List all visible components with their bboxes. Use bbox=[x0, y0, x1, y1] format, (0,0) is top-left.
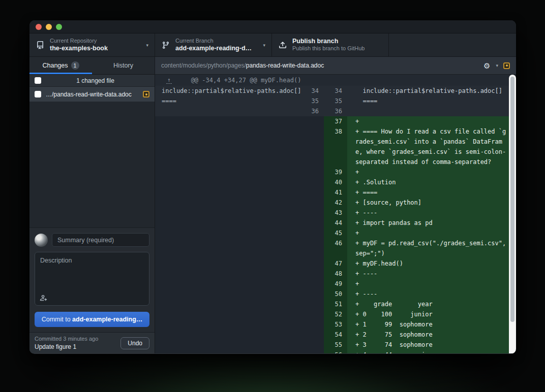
maximize-window-button[interactable] bbox=[56, 24, 62, 30]
diff-row[interactable]: 37+ bbox=[155, 116, 509, 126]
diff-new-text bbox=[347, 106, 509, 116]
minimize-window-button[interactable] bbox=[46, 24, 52, 30]
toolbar-empty-area bbox=[389, 34, 516, 56]
diff-new-line-number: 47 bbox=[324, 258, 347, 269]
diff-new-line-number: 49 bbox=[324, 279, 347, 289]
diff-row[interactable]: 38+ ==== How do I read a csv file called… bbox=[155, 126, 509, 167]
diff-old-text bbox=[155, 289, 306, 299]
commit-description-field[interactable]: Description bbox=[35, 252, 149, 306]
diff-new-line-number: 44 bbox=[324, 218, 347, 228]
gear-icon: ⚙ bbox=[483, 62, 490, 70]
select-all-files-row[interactable]: 1 changed file bbox=[29, 75, 155, 87]
diff-row[interactable]: 46+ myDF = pd.read_csv("./grades_semi.cs… bbox=[155, 238, 509, 258]
diff-old-line-number: 36 bbox=[306, 106, 324, 116]
diff-new-line-number: 46 bbox=[324, 238, 347, 258]
tab-changes-label: Changes bbox=[42, 62, 68, 69]
branch-icon bbox=[161, 41, 170, 49]
diff-row[interactable]: 53+ 1 99 sophomore bbox=[155, 319, 509, 330]
add-coauthor-icon[interactable] bbox=[40, 294, 47, 302]
diff-new-text: + ---- bbox=[347, 269, 509, 279]
publish-branch-subtitle: Publish this branch to GitHub bbox=[292, 45, 365, 52]
expand-hunk-icon[interactable]: ↑ bbox=[166, 77, 172, 84]
diff-row[interactable]: 43+ ---- bbox=[155, 208, 509, 218]
sidebar-tabs: Changes 1 History bbox=[29, 57, 155, 75]
diff-old-line-number bbox=[306, 238, 324, 258]
diff-options-button[interactable]: ⚙ ▾ bbox=[483, 62, 498, 70]
diff-old-text bbox=[155, 126, 306, 167]
diff-old-text bbox=[155, 106, 306, 116]
diff-row[interactable]: 50+ ---- bbox=[155, 289, 509, 299]
diff-row[interactable]: 44+ import pandas as pd bbox=[155, 218, 509, 228]
publish-upload-icon bbox=[278, 41, 287, 49]
scrollbar[interactable] bbox=[509, 75, 516, 353]
tab-history[interactable]: History bbox=[92, 57, 155, 74]
tab-changes[interactable]: Changes 1 bbox=[29, 57, 92, 74]
changed-file-row[interactable]: …/pandas-read-write-data.adoc bbox=[29, 87, 155, 102]
diff-row[interactable]: include::partial$relative-paths.adoc[]34… bbox=[155, 86, 509, 96]
window-titlebar[interactable] bbox=[29, 20, 516, 34]
diff-old-line-number bbox=[306, 279, 324, 289]
diff-old-line-number: 34 bbox=[306, 86, 324, 96]
scrollbar-thumb[interactable] bbox=[510, 77, 514, 322]
diff-old-line-number bbox=[306, 269, 324, 279]
diff-row[interactable]: 49+ bbox=[155, 279, 509, 289]
diff-row[interactable]: 55+ 3 74 sophomore bbox=[155, 340, 509, 350]
diff-old-line-number bbox=[306, 228, 324, 238]
diff-row[interactable]: 48+ ---- bbox=[155, 269, 509, 279]
diff-row[interactable]: 41+ ==== bbox=[155, 187, 509, 198]
publish-branch-button[interactable]: Publish branch Publish this branch to Gi… bbox=[272, 34, 389, 56]
repository-label: Current Repository bbox=[50, 38, 108, 45]
changed-files-count: 1 changed file bbox=[41, 77, 149, 84]
diff-row[interactable]: 47+ myDF.head() bbox=[155, 258, 509, 269]
diff-row[interactable]: 3636 bbox=[155, 106, 509, 116]
diff-old-line-number bbox=[306, 350, 324, 353]
diff-new-text: + bbox=[347, 228, 509, 238]
diff-new-text: + ---- bbox=[347, 208, 509, 218]
chevron-down-icon: ▾ bbox=[492, 63, 498, 68]
close-window-button[interactable] bbox=[36, 24, 42, 30]
commit-button-branch: add-example-reading… bbox=[72, 316, 142, 323]
undo-button[interactable]: Undo bbox=[120, 337, 149, 349]
avatar bbox=[35, 234, 48, 247]
commit-summary-input[interactable] bbox=[52, 233, 149, 247]
diff-row[interactable]: 54+ 2 75 sophomore bbox=[155, 330, 509, 340]
diff-old-line-number bbox=[306, 218, 324, 228]
current-branch-selector[interactable]: Current Branch add-example-reading-d… ▾ bbox=[155, 34, 272, 56]
changes-count-badge: 1 bbox=[71, 61, 79, 70]
diff-new-text: ==== bbox=[347, 96, 509, 106]
diff-old-text bbox=[155, 299, 306, 309]
diff-new-text: + 3 74 sophomore bbox=[347, 340, 509, 350]
diff-row[interactable]: 51+ grade year bbox=[155, 299, 509, 309]
current-repository-selector[interactable]: Current Repository the-examples-book ▾ bbox=[29, 34, 155, 56]
commit-button[interactable]: Commit to add-example-reading… bbox=[35, 312, 149, 327]
diff-old-text bbox=[155, 279, 306, 289]
diff-old-text bbox=[155, 167, 306, 177]
tab-history-label: History bbox=[113, 62, 133, 69]
diff-old-line-number bbox=[306, 309, 324, 319]
diff-row[interactable]: 52+ 0 100 junior bbox=[155, 309, 509, 319]
diff-new-line-number: 36 bbox=[324, 106, 347, 116]
select-all-checkbox[interactable] bbox=[35, 77, 41, 84]
diff-row[interactable]: 45+ bbox=[155, 228, 509, 238]
file-modified-icon bbox=[143, 91, 149, 97]
file-include-checkbox[interactable] bbox=[35, 91, 41, 97]
diff-new-text: + ==== How do I read a csv file called `… bbox=[347, 126, 509, 167]
diff-new-text: + 4 44 senior bbox=[347, 350, 509, 353]
diff-old-text bbox=[155, 269, 306, 279]
changes-sidebar: Changes 1 History 1 changed file …/panda… bbox=[29, 57, 155, 353]
diff-new-line-number: 48 bbox=[324, 269, 347, 279]
diff-new-line-number: 54 bbox=[324, 330, 347, 340]
diff-row[interactable]: 42+ [source, python] bbox=[155, 198, 509, 208]
diff-new-text: + ==== bbox=[347, 187, 509, 198]
commit-message: Update figure 1 bbox=[35, 343, 116, 351]
commit-timestamp: Committed 3 minutes ago bbox=[35, 335, 116, 343]
diff-row[interactable]: 56+ 4 44 senior bbox=[155, 350, 509, 353]
diff-old-line-number bbox=[306, 289, 324, 299]
diff-row[interactable]: 40+ .Solution bbox=[155, 177, 509, 187]
diff-old-text bbox=[155, 177, 306, 187]
last-commit-bar: Committed 3 minutes ago Update figure 1 … bbox=[29, 332, 155, 353]
diff-row[interactable]: 39+ bbox=[155, 167, 509, 177]
diff-old-line-number bbox=[306, 208, 324, 218]
diff-old-line-number bbox=[306, 126, 324, 167]
diff-row[interactable]: ====3535==== bbox=[155, 96, 509, 106]
